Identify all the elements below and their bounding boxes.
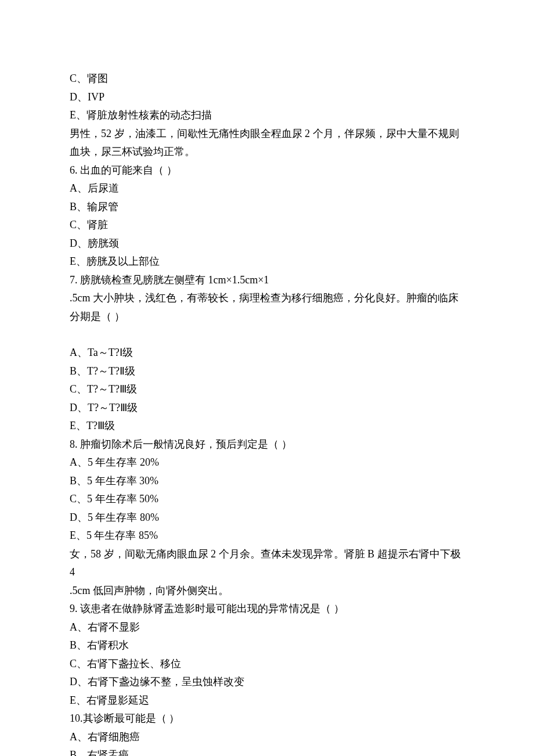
option-b: B、右肾积水 — [70, 636, 464, 655]
option-a: A、Ta～T?Ⅰ级 — [70, 344, 464, 362]
option-e: E、右肾显影延迟 — [70, 692, 464, 710]
option-c: C、肾脏 — [70, 216, 464, 235]
case-description: 男性，52 岁，油漆工，间歇性无痛性肉眼全程血尿 2 个月，伴尿频，尿中大量不规… — [70, 125, 464, 161]
option-d: D、T?～T?Ⅲ级 — [70, 399, 464, 417]
text-line: E、肾脏放射性核素的动态扫描 — [70, 106, 464, 125]
option-d: D、5 年生存率 80% — [70, 509, 464, 527]
question-10: 10.其诊断最可能是（ ） — [70, 710, 464, 728]
option-c: C、右肾下盏拉长、移位 — [70, 655, 464, 674]
text-line: C、肾图 — [70, 70, 464, 88]
option-b: B、T?～T?Ⅱ级 — [70, 362, 464, 381]
question-6: 6. 出血的可能来自（ ） — [70, 161, 464, 180]
option-d: D、膀胱颈 — [70, 235, 464, 253]
option-e: E、T?Ⅲ级 — [70, 417, 464, 435]
option-a: A、右肾不显影 — [70, 618, 464, 637]
question-9: 9. 该患者在做静脉肾盂造影时最可能出现的异常情况是（ ） — [70, 600, 464, 618]
option-a: A、后尿道 — [70, 179, 464, 198]
text-line: D、IVP — [70, 88, 464, 107]
option-a: A、5 年生存率 20% — [70, 453, 464, 472]
option-b: B、右肾盂癌 — [70, 746, 464, 756]
case-description-part1: 女，58 岁，间歇无痛肉眼血尿 2 个月余。查体未发现异常。肾脏 B 超提示右肾… — [70, 545, 464, 582]
question-7-part2: .5cm 大小肿块，浅红色，有蒂较长，病理检查为移行细胞癌，分化良好。肿瘤的临床… — [70, 289, 464, 326]
question-8: 8. 肿瘤切除术后一般情况良好，预后判定是（ ） — [70, 435, 464, 454]
option-a: A、右肾细胞癌 — [70, 728, 464, 747]
question-7-part1: 7. 膀胱镜检查见膀胱左侧壁有 1cm×1.5cm×1 — [70, 271, 464, 290]
option-c: C、T?～T?Ⅲ级 — [70, 380, 464, 399]
option-e: E、膀胱及以上部位 — [70, 253, 464, 271]
option-e: E、5 年生存率 85% — [70, 527, 464, 545]
option-b: B、输尿管 — [70, 198, 464, 217]
option-c: C、5 年生存率 50% — [70, 490, 464, 509]
case-description-part2: .5cm 低回声肿物，向肾外侧突出。 — [70, 582, 464, 600]
document-content: C、肾图 D、IVP E、肾脏放射性核素的动态扫描 男性，52 岁，油漆工，间歇… — [70, 70, 464, 756]
option-b: B、5 年生存率 30% — [70, 472, 464, 491]
blank-line — [70, 326, 464, 344]
option-d: D、右肾下盏边缘不整，呈虫蚀样改变 — [70, 673, 464, 692]
